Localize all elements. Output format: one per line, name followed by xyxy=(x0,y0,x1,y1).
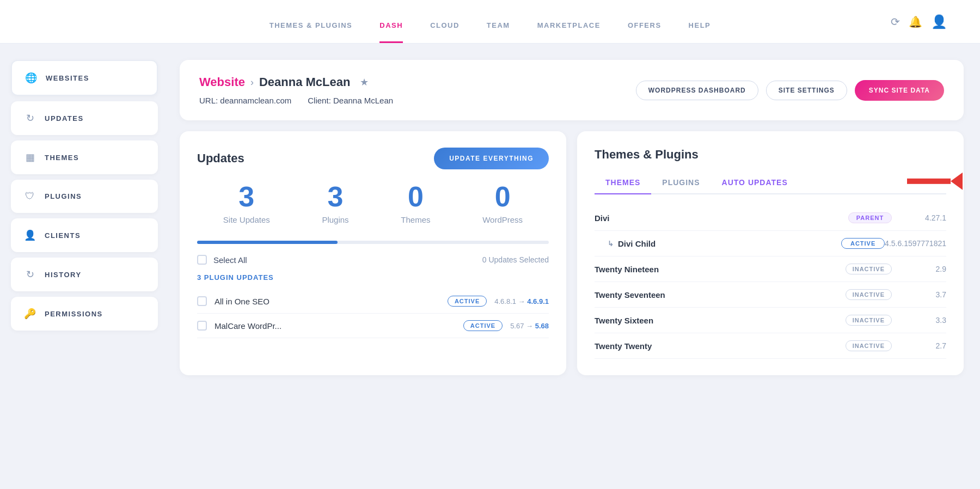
theme-version-twenty-nineteen: 2.9 xyxy=(892,265,946,273)
stat-label-plugins: Plugins xyxy=(322,215,348,224)
theme-badge-divi: PARENT xyxy=(848,212,892,223)
wordpress-dashboard-button[interactable]: WORDPRESS DASHBOARD xyxy=(636,81,758,100)
top-navigation: THEMES & PLUGINS DASH CLOUD TEAM MARKETP… xyxy=(0,0,980,44)
sidebar-item-clients[interactable]: 👤 CLIENTS xyxy=(11,218,158,252)
theme-name-twenty-twenty: Twenty Twenty xyxy=(595,341,846,351)
url-label: URL: deannamclean.com xyxy=(199,96,291,105)
theme-name-twenty-seventeen: Twenty Seventeen xyxy=(595,290,846,299)
stat-wordpress: 0 WordPress xyxy=(482,182,523,224)
nav-themes-plugins[interactable]: THEMES & PLUGINS xyxy=(270,21,353,43)
theme-row-twenty-sixteen: Twenty Sixteen INACTIVE 3.3 xyxy=(595,308,946,333)
main-layout: 🌐 WEBSITES ↻ UPDATES ▦ THEMES 🛡 PLUGINS … xyxy=(0,44,980,489)
site-settings-button[interactable]: SITE SETTINGS xyxy=(766,81,847,100)
nav-help[interactable]: HELP xyxy=(689,21,711,43)
clients-icon: 👤 xyxy=(24,229,36,241)
sidebar-item-updates[interactable]: ↻ UPDATES xyxy=(11,101,158,135)
sidebar-item-themes[interactable]: ▦ THEMES xyxy=(11,140,158,174)
nav-action-icons: ⟳ 🔔 👤 xyxy=(891,14,947,29)
plugin-name-malcare: MalCare WordPr... xyxy=(215,321,456,331)
sidebar-item-websites[interactable]: 🌐 WEBSITES xyxy=(11,60,158,96)
history-icon: ↻ xyxy=(24,268,36,280)
nav-offers[interactable]: OFFERS xyxy=(628,21,661,43)
theme-version-divi-child: 4.5.6.1597771821 xyxy=(885,239,946,248)
theme-name-divi: Divi xyxy=(595,213,848,223)
theme-version-twenty-twenty: 2.7 xyxy=(892,341,946,350)
breadcrumb: Website › Deanna McLean ★ xyxy=(199,75,393,89)
bell-icon[interactable]: 🔔 xyxy=(909,15,922,28)
star-icon[interactable]: ★ xyxy=(360,76,369,88)
user-icon[interactable]: 👤 xyxy=(931,14,947,29)
plugin-badge-malcare: ACTIVE xyxy=(463,320,503,331)
arrow-head xyxy=(951,173,963,190)
nav-dash[interactable]: DASH xyxy=(379,21,403,43)
breadcrumb-site-name: Deanna McLean xyxy=(259,75,351,89)
refresh-icon[interactable]: ⟳ xyxy=(891,15,900,28)
sidebar-item-permissions[interactable]: 🔑 PERMISSIONS xyxy=(11,297,158,331)
stat-themes: 0 Themes xyxy=(401,182,430,224)
theme-row-divi: Divi PARENT 4.27.1 xyxy=(595,205,946,231)
progress-bar-fill xyxy=(197,241,338,244)
plugin-checkbox-malcare[interactable] xyxy=(197,321,207,331)
updates-title: Updates xyxy=(197,151,244,166)
tab-plugins[interactable]: PLUGINS xyxy=(651,173,710,194)
plugin-version-malcare: 5.67 → 5.68 xyxy=(510,322,549,330)
nav-cloud[interactable]: CLOUD xyxy=(430,21,460,43)
theme-name-twenty-nineteen: Twenty Nineteen xyxy=(595,265,846,274)
globe-icon: 🌐 xyxy=(25,72,37,84)
sidebar-item-plugins[interactable]: 🛡 PLUGINS xyxy=(11,180,158,213)
select-all-left: Select All xyxy=(197,255,247,265)
sidebar-label-permissions: PERMISSIONS xyxy=(45,310,103,318)
client-label: Client: Deanna McLean xyxy=(308,96,393,105)
theme-name-divi-child: ↳ Divi Child xyxy=(595,239,841,248)
plugin-row-allinone: All in One SEO ACTIVE 4.6.8.1 → 4.6.9.1 xyxy=(197,289,549,314)
themes-tabs: THEMES PLUGINS AUTO UPDATES xyxy=(595,173,946,194)
update-everything-button[interactable]: UPDATE EVERYTHING xyxy=(434,148,549,169)
theme-badge-twenty-seventeen: INACTIVE xyxy=(846,289,892,300)
updates-panel: Updates UPDATE EVERYTHING 3 Site Updates… xyxy=(180,131,566,375)
theme-version-twenty-sixteen: 3.3 xyxy=(892,316,946,325)
sidebar-label-themes: THEMES xyxy=(45,154,79,162)
stat-number-wordpress: 0 xyxy=(482,182,523,211)
updates-icon: ↻ xyxy=(24,112,36,124)
theme-badge-twenty-twenty: INACTIVE xyxy=(846,340,892,351)
arrow-indicator xyxy=(907,173,963,190)
themes-icon: ▦ xyxy=(24,151,36,163)
sidebar: 🌐 WEBSITES ↻ UPDATES ▦ THEMES 🛡 PLUGINS … xyxy=(0,44,169,489)
stat-number-site-updates: 3 xyxy=(223,182,270,211)
updates-stats: 3 Site Updates 3 Plugins 0 Themes 0 Word… xyxy=(197,182,549,224)
theme-version-divi: 4.27.1 xyxy=(892,213,946,222)
stat-number-plugins: 3 xyxy=(322,182,348,211)
themes-plugins-panel: Themes & Plugins THEMES PLUGINS AUTO UPD… xyxy=(577,131,964,375)
sync-site-data-button[interactable]: SYNC SITE DATA xyxy=(855,80,944,101)
plugin-updates-label: 3 PLUGIN UPDATES xyxy=(197,273,549,282)
stat-number-themes: 0 xyxy=(401,182,430,211)
theme-row-divi-child: ↳ Divi Child ACTIVE 4.5.6.1597771821 xyxy=(595,231,946,256)
nav-team[interactable]: TEAM xyxy=(487,21,510,43)
select-all-label: Select All xyxy=(213,255,247,265)
site-meta: URL: deannamclean.com Client: Deanna McL… xyxy=(199,96,393,105)
stat-plugins: 3 Plugins xyxy=(322,182,348,224)
breadcrumb-website: Website xyxy=(199,75,245,89)
sidebar-label-history: HISTORY xyxy=(45,271,82,279)
select-all-checkbox[interactable] xyxy=(197,255,207,265)
bottom-row: Updates UPDATE EVERYTHING 3 Site Updates… xyxy=(180,131,964,375)
sidebar-label-clients: CLIENTS xyxy=(45,231,81,240)
tab-themes[interactable]: THEMES xyxy=(595,173,651,194)
breadcrumb-arrow: › xyxy=(250,77,254,88)
stat-label-site-updates: Site Updates xyxy=(223,215,270,224)
progress-bar xyxy=(197,241,549,244)
themes-plugins-title: Themes & Plugins xyxy=(595,148,946,162)
sidebar-item-history[interactable]: ↻ HISTORY xyxy=(11,258,158,291)
select-all-row: Select All 0 Updates Selected xyxy=(197,255,549,265)
theme-version-twenty-seventeen: 3.7 xyxy=(892,290,946,299)
permissions-icon: 🔑 xyxy=(24,308,36,320)
nav-marketplace[interactable]: MARKETPLACE xyxy=(537,21,601,43)
content-area: Website › Deanna McLean ★ URL: deannamcl… xyxy=(169,44,980,489)
tab-auto-updates[interactable]: AUTO UPDATES xyxy=(711,173,799,194)
sidebar-label-plugins: PLUGINS xyxy=(45,192,82,200)
nav-links: THEMES & PLUGINS DASH CLOUD TEAM MARKETP… xyxy=(270,0,711,43)
plugin-version-allinone: 4.6.8.1 → 4.6.9.1 xyxy=(494,297,549,305)
plugins-icon: 🛡 xyxy=(24,191,36,202)
plugin-checkbox-allinone[interactable] xyxy=(197,296,207,306)
plugin-name-allinone: All in One SEO xyxy=(215,297,440,306)
